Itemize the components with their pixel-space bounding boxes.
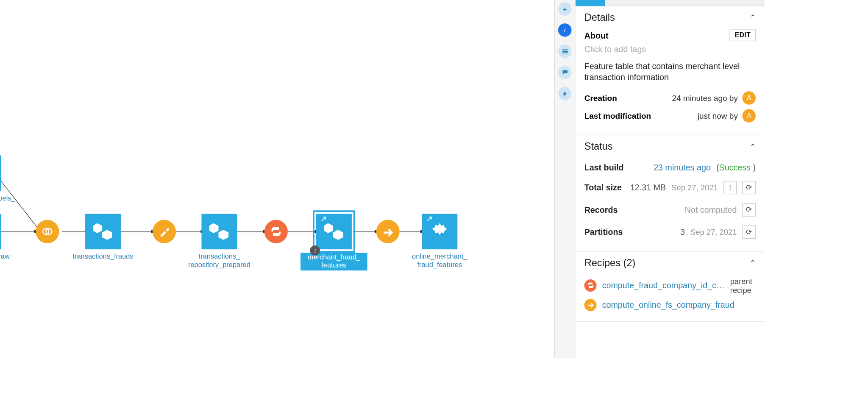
recipe-sync[interactable] xyxy=(376,220,400,243)
creator-avatar[interactable]: A xyxy=(742,91,756,105)
last-build-time[interactable]: 23 minutes ago xyxy=(654,162,711,172)
dataset-merchant-fraud-features[interactable]: i merchant_fraud_ features xyxy=(300,214,367,270)
creation-label: Creation xyxy=(584,93,617,102)
tab-discussions[interactable] xyxy=(558,66,572,79)
tab-related[interactable] xyxy=(558,87,572,100)
info-icon: i xyxy=(310,245,320,256)
dataset-transactions-raw[interactable]: transactions_raw xyxy=(0,214,17,261)
total-size-label: Total size xyxy=(584,183,622,192)
dataset-icon xyxy=(576,0,605,6)
chevron-up-icon: ⌃ xyxy=(750,142,756,150)
section-recipes-toggle[interactable]: Recipes (2) ⌃ xyxy=(576,251,765,272)
tab-info[interactable]: i xyxy=(558,23,572,37)
recipe-join[interactable] xyxy=(36,220,59,243)
last-build-label: Last build xyxy=(584,162,624,172)
dataset-transactions-repository-prepared[interactable]: transactions_ repository_prepared xyxy=(186,214,253,269)
panel-header: merchant_fraud_features xyxy=(576,0,765,6)
records-label: Records xyxy=(584,205,618,214)
sync-icon xyxy=(584,298,597,311)
panel-tabs: ➔ + i xyxy=(555,0,576,358)
refresh-records-button[interactable]: ⟳ xyxy=(742,203,756,217)
share-icon xyxy=(318,215,327,227)
dataset-transactions-frauds[interactable]: transactions_frauds xyxy=(70,214,136,261)
tags-placeholder[interactable]: Click to add tags xyxy=(584,45,756,54)
section-status-toggle[interactable]: Status ⌃ xyxy=(576,135,765,156)
about-label: About xyxy=(584,31,609,40)
dataset-online-merchant-fraud-features[interactable]: online_merchant_ fraud_features xyxy=(406,214,473,269)
edit-button[interactable]: EDIT xyxy=(730,29,756,41)
section-details-toggle[interactable]: Details ⌃ xyxy=(576,6,765,27)
description: Feature table that contains merchant lev… xyxy=(584,61,756,83)
python-icon xyxy=(584,279,597,291)
right-panel: ➔ + i merchant_fraud_features Details ⌃ … xyxy=(554,0,765,358)
chevron-up-icon: ⌃ xyxy=(750,259,756,267)
recipe-link-2[interactable]: compute_online_fs_company_fraud xyxy=(584,296,756,313)
tab-actions[interactable]: + xyxy=(558,2,572,16)
partitions-label: Partitions xyxy=(584,227,623,237)
refresh-partitions-button[interactable]: ⟳ xyxy=(742,225,756,239)
flow-canvas[interactable]: transactions_labels_copy transactions_ra… xyxy=(0,12,554,358)
recipe-python[interactable] xyxy=(264,220,288,243)
modifier-avatar[interactable]: A xyxy=(742,109,756,123)
chevron-up-icon: ⌃ xyxy=(750,14,756,22)
modified-label: Last modification xyxy=(584,111,651,120)
refresh-size-button[interactable]: ⟳ xyxy=(742,181,756,194)
tab-schema[interactable] xyxy=(558,45,572,58)
dataset-transactions-labels-copy[interactable]: transactions_labels_copy xyxy=(0,155,17,211)
share-icon xyxy=(423,215,433,227)
recipe-link-1[interactable]: compute_fraud_company_id_c… parent recip… xyxy=(584,274,756,297)
recipe-prepare[interactable] xyxy=(153,220,176,243)
warn-button[interactable]: ! xyxy=(723,181,737,194)
